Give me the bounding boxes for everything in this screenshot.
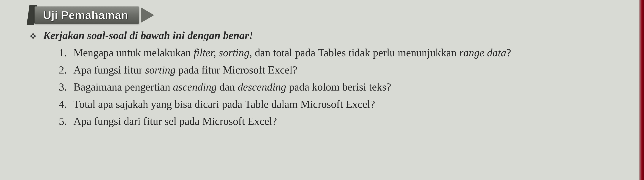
question-text: Total apa sajakah yang bisa dicari pada … [74, 97, 627, 112]
question-number: 1. [56, 45, 67, 60]
section-banner: Uji Pemahaman [34, 6, 139, 24]
question-item: 4. Total apa sajakah yang bisa dicari pa… [56, 97, 627, 112]
question-item: 3. Bagaimana pengertian ascending dan de… [56, 80, 627, 94]
question-number: 4. [56, 97, 67, 112]
question-text: Apa fungsi fitur sorting pada fitur Micr… [74, 63, 627, 77]
instruction-row: ❖ Kerjakan soal-soal di bawah ini dengan… [26, 29, 627, 42]
question-number: 2. [56, 63, 67, 77]
question-text: Bagaimana pengertian ascending dan desce… [74, 80, 627, 94]
question-item: 5. Apa fungsi dari fitur sel pada Micros… [56, 114, 627, 129]
question-number: 5. [56, 114, 67, 129]
question-list: 1. Mengapa untuk melakukan filter, sorti… [26, 45, 627, 129]
question-number: 3. [56, 80, 67, 94]
diamond-bullet-icon: ❖ [26, 32, 37, 40]
instruction-text: Kerjakan soal-soal di bawah ini dengan b… [43, 29, 253, 42]
banner-title: Uji Pemahaman [43, 9, 128, 21]
question-text: Mengapa untuk melakukan filter, sorting,… [74, 45, 627, 60]
question-item: 2. Apa fungsi fitur sorting pada fitur M… [56, 63, 627, 77]
question-item: 1. Mengapa untuk melakukan filter, sorti… [56, 45, 627, 60]
question-text: Apa fungsi dari fitur sel pada Microsoft… [74, 114, 627, 129]
page-right-edge [638, 0, 644, 180]
